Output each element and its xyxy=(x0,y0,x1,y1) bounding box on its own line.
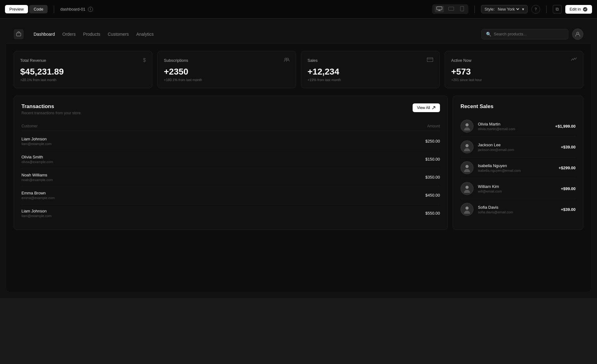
sale-avatar xyxy=(460,120,474,133)
table-row: Liam Johnson liam@example.com $550.00 xyxy=(21,204,440,222)
view-all-label: View All xyxy=(417,106,430,110)
nav-customers[interactable]: Customers xyxy=(108,30,129,38)
customer-email: emma@example.com xyxy=(21,196,55,200)
info-icon[interactable]: i xyxy=(88,7,93,12)
dashboard-name: dashboard-01 xyxy=(60,7,85,11)
sale-left: William Kim will@email.com xyxy=(460,182,502,195)
svg-point-13 xyxy=(464,169,470,172)
stat-card-active: Active Now +573 +201 since last hour xyxy=(445,51,583,88)
customer-info: Liam Johnson liam@example.com xyxy=(21,137,52,146)
customer-email: liam@example.com xyxy=(21,214,52,218)
table-row: Emma Brown emma@example.com $450.00 xyxy=(21,186,440,204)
sale-email: will@email.com xyxy=(478,189,502,193)
stat-card-sales: Sales +12,234 +19% from last month xyxy=(301,51,440,88)
customer-name: Noah Williams xyxy=(21,173,53,177)
sale-amount: +$39.00 xyxy=(561,145,576,149)
transactions-subtitle: Recent transactions from your store. xyxy=(21,111,81,115)
svg-point-6 xyxy=(285,58,287,60)
main-wrapper: Dashboard Orders Products Customers Anal… xyxy=(0,19,597,298)
sale-email: isabella.nguyen@email.com xyxy=(478,169,521,172)
nav-orders[interactable]: Orders xyxy=(62,30,76,38)
toolbar-right: Style: New York ▾ ? ⧉ Edit in xyxy=(432,4,592,14)
stat-subscriptions-value: +2350 xyxy=(164,67,289,77)
copy-button[interactable]: ⧉ xyxy=(553,5,562,13)
customer-info: Liam Johnson liam@example.com xyxy=(21,209,52,218)
sale-left: Olivia Martin olivia.martin@email.com xyxy=(460,120,515,133)
tablet-vertical-device-button[interactable] xyxy=(458,6,466,13)
customer-name: Liam Johnson xyxy=(21,209,52,213)
sale-info: Sofia Davis sofia.davis@email.com xyxy=(478,205,513,214)
chevron-down-icon: ▾ xyxy=(522,7,524,11)
sale-item: Jackson Lee jackson.lee@email.com +$39.0… xyxy=(460,137,576,157)
help-button[interactable]: ? xyxy=(531,5,540,14)
nav-analytics[interactable]: Analytics xyxy=(136,30,154,38)
toolbar-divider xyxy=(54,6,54,13)
stat-active-change: +201 since last hour xyxy=(451,78,577,82)
table-row: Noah Williams noah@example.com $350.00 xyxy=(21,168,440,186)
dashboard-label: dashboard-01 i xyxy=(60,7,93,12)
sale-email: olivia.martin@email.com xyxy=(478,127,515,131)
sale-email: jackson.lee@email.com xyxy=(478,148,514,152)
svg-point-11 xyxy=(464,148,470,151)
transaction-amount: $550.00 xyxy=(425,211,440,216)
search-input[interactable] xyxy=(494,32,564,36)
app-container: Dashboard Orders Products Customers Anal… xyxy=(6,25,591,292)
nav-links: Dashboard Orders Products Customers Anal… xyxy=(34,30,154,38)
code-button[interactable]: Code xyxy=(29,5,48,13)
view-all-button[interactable]: View All xyxy=(413,103,440,112)
style-dropdown[interactable]: New York xyxy=(497,7,520,12)
sale-item: Sofia Davis sofia.davis@email.com +$39.0… xyxy=(460,199,576,220)
table-row: Liam Johnson liam@example.com $250.00 xyxy=(21,132,440,150)
preview-button[interactable]: Preview xyxy=(5,5,28,13)
stat-card-revenue-header: Total Revenue $ xyxy=(20,57,146,63)
stat-card-sales-header: Sales xyxy=(308,57,433,63)
nav-products[interactable]: Products xyxy=(83,30,100,38)
stat-revenue-value: $45,231.89 xyxy=(20,67,146,77)
stat-sales-label: Sales xyxy=(308,58,318,63)
transaction-amount: $150.00 xyxy=(425,157,440,162)
transactions-table: Customer Amount Liam Johnson liam@exampl… xyxy=(21,121,440,222)
edit-label: Edit in xyxy=(570,7,581,11)
tablet-horizontal-device-button[interactable] xyxy=(447,6,456,12)
svg-rect-2 xyxy=(460,7,464,11)
customer-name: Olivia Smith xyxy=(21,155,53,159)
customer-name: Emma Brown xyxy=(21,191,55,195)
stat-subscriptions-change: +180.1% from last month xyxy=(164,78,289,82)
sale-name: William Kim xyxy=(478,184,502,189)
transactions-title-group: Transactions Recent transactions from yo… xyxy=(21,103,81,115)
transaction-amount: $250.00 xyxy=(425,139,440,143)
sale-info: William Kim will@email.com xyxy=(478,184,502,193)
edit-button[interactable]: Edit in xyxy=(565,5,592,14)
style-selector: Style: New York ▾ xyxy=(481,5,528,13)
nav-dashboard[interactable]: Dashboard xyxy=(34,30,55,38)
recent-sales-title: Recent Sales xyxy=(460,103,576,110)
svg-rect-0 xyxy=(437,7,442,10)
sale-left: Isabella Nguyen isabella.nguyen@email.co… xyxy=(460,161,521,174)
navigation: Dashboard Orders Products Customers Anal… xyxy=(6,25,591,43)
sale-avatar xyxy=(460,182,474,195)
nav-logo xyxy=(14,29,24,39)
sale-item: Olivia Martin olivia.martin@email.com +$… xyxy=(460,116,576,137)
user-avatar-button[interactable] xyxy=(572,29,583,40)
desktop-device-button[interactable] xyxy=(435,6,444,12)
sale-amount: +$1,999.00 xyxy=(555,124,576,129)
customer-info: Olivia Smith olivia@example.com xyxy=(21,155,53,164)
stat-revenue-change: +20.1% from last month xyxy=(20,78,146,82)
sale-name: Isabella Nguyen xyxy=(478,163,521,168)
stat-active-value: +573 xyxy=(451,67,577,77)
svg-rect-8 xyxy=(427,58,433,62)
sale-name: Olivia Martin xyxy=(478,122,515,126)
style-label: Style: xyxy=(484,7,495,11)
toolbar: Preview Code dashboard-01 i Style: New Y… xyxy=(0,0,597,19)
stat-card-active-header: Active Now xyxy=(451,57,577,63)
svg-point-7 xyxy=(287,58,289,60)
device-icons xyxy=(432,4,468,14)
stat-active-icon xyxy=(571,57,577,63)
svg-point-15 xyxy=(464,190,470,193)
external-link-icon xyxy=(432,106,436,110)
toolbar-divider-2 xyxy=(474,6,475,13)
stat-card-subscriptions: Subscriptions +2350 +180.1% from last mo… xyxy=(157,51,296,88)
toolbar-divider-3 xyxy=(546,6,547,13)
sale-name: Sofia Davis xyxy=(478,205,513,210)
customer-email: olivia@example.com xyxy=(21,160,53,164)
